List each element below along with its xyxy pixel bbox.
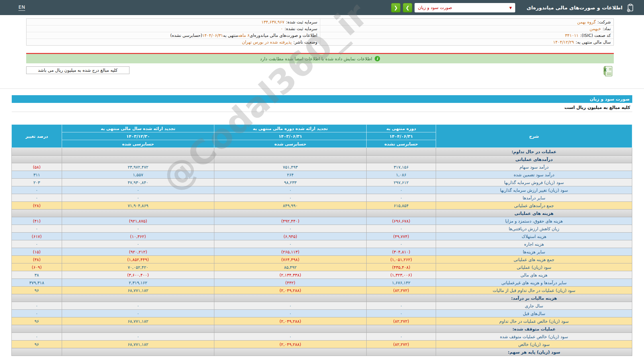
table-row: سود (زیان) تغییر ارزش سرمایه گذاریها۰۰۰۰ bbox=[12, 186, 632, 194]
value-current-period: ۱,۶۷۶,۱۴۲ bbox=[367, 279, 436, 287]
header-restated-period-title: تجدید ارائه شده دوره مالی منتهی به bbox=[214, 125, 367, 132]
row-label: زیان کاهش ارزش دریافتنی‌ها bbox=[436, 225, 632, 233]
value-restated-prior-period: (۲,۰۴۹,۲۸۸) bbox=[214, 317, 367, 325]
section-row: عملیات در حال تداوم: bbox=[12, 148, 632, 156]
table-row: هزینه اجاره۰۰۰۰ bbox=[12, 240, 632, 248]
section-row: عملیات متوقف شده: bbox=[12, 325, 632, 333]
header-current-period-title: دوره منتهی به bbox=[367, 125, 436, 132]
value-current-period: (۸۲,۲۷۲) bbox=[367, 341, 436, 348]
value-current-period: ۰ bbox=[367, 302, 436, 310]
value-percent-change: ۰ bbox=[12, 194, 62, 202]
header-restated-year-date: ۱۴۰۳/۱۲/۳۰ bbox=[62, 132, 214, 140]
company-name-cell: شرکت: گروه بهمن bbox=[320, 19, 613, 25]
statement-table-header: شرح دوره منتهی به تجدید ارائه شده دوره م… bbox=[12, 125, 632, 148]
value-current-period: (۸۲,۲۷۲) bbox=[367, 317, 436, 325]
top-navigation-bar: اطلاعات و صورت‌های مالی میاندوره‌ای ▾ صو… bbox=[0, 0, 644, 15]
value-restated-prior-year: ۷۱,۹۰۴,۸۶۹ bbox=[62, 202, 214, 209]
value-restated-prior-period: (۷۶۴,۴۹۸) bbox=[214, 256, 367, 263]
value-restated-prior-period: ۰ bbox=[214, 186, 367, 194]
value-percent-change: ۳۷۹,۳۱۸ bbox=[12, 279, 62, 287]
value-restated-prior-period: ۰ bbox=[214, 225, 367, 233]
value-restated-prior-year bbox=[62, 209, 214, 217]
value-restated-prior-year: ۰ bbox=[62, 186, 214, 194]
value-current-period: ۰ bbox=[367, 310, 436, 317]
section-row: هزینه های عملیاتی bbox=[12, 209, 632, 217]
value-restated-prior-year: ۶۸,۷۷۱,۱۸۲ bbox=[62, 287, 214, 294]
value-percent-change bbox=[12, 148, 62, 156]
value-percent-change: ۰ bbox=[12, 225, 62, 233]
english-language-link[interactable]: EN bbox=[18, 4, 25, 11]
table-row: هزینه های مالی(۱,۳۲۳,۰۰۶)(۲,۱۳۴,۳۳۸)(۳,۶… bbox=[12, 271, 632, 279]
value-percent-change: (۶۰۹) bbox=[12, 263, 62, 271]
table-row: سود (زیان) فروش سرمایه گذاریها۲۹۷,۶۱۲۹۸,… bbox=[12, 179, 632, 186]
value-restated-prior-year: ۱,۵۵۷ bbox=[62, 171, 214, 179]
value-current-period: ۱,۰۸۶ bbox=[367, 171, 436, 179]
row-label: هزینه های مالی bbox=[436, 271, 632, 279]
table-row: سال جاری۰۰۰۰ bbox=[12, 302, 632, 310]
page-title: اطلاعات و صورت‌های مالی میاندوره‌ای bbox=[527, 5, 623, 11]
value-current-period bbox=[367, 156, 436, 163]
table-row: زیان کاهش ارزش دریافتنی‌ها۰۰۰۰ bbox=[12, 225, 632, 233]
row-label: سایر درآمدها bbox=[436, 194, 632, 202]
unregistered-capital-label: سرمایه ثبت نشده: bbox=[285, 26, 317, 31]
value-percent-change: (۵۸) bbox=[12, 163, 62, 171]
signature-match-text: اطلاعات نمایش داده شده با اطلاعات امضا ش… bbox=[260, 56, 372, 61]
value-restated-prior-year: (۹۲۱,۸۷۵) bbox=[62, 217, 214, 225]
value-percent-change: ۰ bbox=[12, 240, 62, 248]
row-label: عملیات در حال تداوم: bbox=[436, 148, 632, 156]
row-label: جمع درآمدهای عملیاتی bbox=[436, 202, 632, 209]
period-prefix: اطلاعات و صورت‌های مالی میاندوره‌ای bbox=[250, 33, 317, 38]
value-percent-change: ۰ bbox=[12, 186, 62, 194]
value-restated-prior-period: (۲۶۵,۱۱۳) bbox=[214, 248, 367, 256]
table-row: سود (زیان) عملیاتی(۴۳۵,۴۰۸)۸۵,۴۹۲۷۰,۰۵۲,… bbox=[12, 263, 632, 271]
section-row: هزینه مالیات بر درآمد: bbox=[12, 294, 632, 302]
value-percent-change: ۰ bbox=[12, 310, 62, 317]
value-restated-prior-year bbox=[62, 156, 214, 163]
value-restated-prior-year bbox=[62, 294, 214, 302]
value-current-period bbox=[367, 294, 436, 302]
value-restated-prior-period: (۴۹۲,۴۴۰) bbox=[214, 217, 367, 225]
fiscal-year-value: ۱۴۰۴/۱۲/۲۹ bbox=[553, 40, 574, 45]
value-restated-prior-period: ۰ bbox=[214, 240, 367, 248]
symbol-label: نماد: bbox=[603, 26, 611, 31]
table-row: سال‌های قبل۰۰۰۰ bbox=[12, 310, 632, 317]
report-type-dropdown[interactable]: ▾ صورت سود و زیان bbox=[415, 3, 515, 12]
row-label: هزینه مالیات بر درآمد: bbox=[436, 294, 632, 302]
value-restated-prior-year: ۷۰,۰۵۲,۴۲۰ bbox=[62, 263, 214, 271]
value-current-period bbox=[367, 325, 436, 333]
company-info-table: شرکت: گروه بهمن سرمایه ثبت شده: ۱۳۴,۶۳۷,… bbox=[26, 18, 614, 46]
row-label: سود (زیان) خالص bbox=[436, 341, 632, 348]
header-percent-change: درصد تغییر bbox=[12, 125, 62, 148]
value-current-period: ۰ bbox=[367, 333, 436, 341]
period-months: ۶ ماهه bbox=[238, 33, 250, 38]
statement-section: صورت سود و زیان کلیه مبالغ به میلیون ریا… bbox=[12, 95, 632, 356]
value-current-period: (۴۳۵,۴۰۸) bbox=[367, 263, 436, 271]
excel-export-icon[interactable]: X bbox=[602, 65, 614, 79]
value-restated-prior-period: (۲,۰۴۹,۲۸۸) bbox=[214, 341, 367, 348]
value-restated-prior-period: (۲,۱۳۴,۳۳۸) bbox=[214, 271, 367, 279]
value-current-period: (۴۹,۷۷۴) bbox=[367, 233, 436, 240]
value-restated-prior-year bbox=[62, 148, 214, 156]
fiscal-year-cell: سال مالی منتهی به: ۱۴۰۴/۱۲/۲۹ bbox=[320, 39, 613, 45]
value-restated-prior-period bbox=[214, 156, 367, 163]
table-row: درآمد سود سهام۳۱۷,۱۵۶۷۵۱,۴۹۳۲۳,۹۷۲,۴۷۲(۵… bbox=[12, 163, 632, 171]
row-label: سود (زیان) عملیاتی bbox=[436, 263, 632, 271]
value-current-period: ۲۹۷,۶۱۲ bbox=[367, 179, 436, 186]
nav-back-button[interactable]: ❮ bbox=[391, 3, 400, 12]
value-percent-change: ۳۱۱ bbox=[12, 171, 62, 179]
amounts-unit-note: کلیه مبالغ درج شده به میلیون ریال می باش… bbox=[26, 66, 129, 74]
value-percent-change bbox=[12, 156, 62, 163]
value-percent-change: ۹۶ bbox=[12, 287, 62, 294]
company-label: شرکت: bbox=[597, 19, 611, 24]
row-label: سود (زیان) عملیات در حال تداوم قبل از ما… bbox=[436, 287, 632, 294]
registered-capital-cell: سرمایه ثبت شده: ۱۳۴,۶۳۷,۹۶۷ bbox=[26, 19, 320, 25]
row-label: عملیات متوقف شده: bbox=[436, 325, 632, 333]
value-restated-prior-year: ۲۳,۹۷۲,۴۷۲ bbox=[62, 163, 214, 171]
value-restated-prior-period: (۶,۹۴۵) bbox=[214, 233, 367, 240]
table-row: هزینه های حقوق، دستمزد و مزایا(۶۹۶,۶۷۸)(… bbox=[12, 217, 632, 225]
clipboard-icon bbox=[626, 3, 635, 12]
value-percent-change: ۲۰۳ bbox=[12, 179, 62, 186]
value-restated-prior-year: ۶۸,۷۷۱,۱۸۲ bbox=[62, 317, 214, 325]
value-restated-prior-period: (۴۴۲) bbox=[214, 279, 367, 287]
nav-forward-button[interactable]: ❯ bbox=[403, 3, 412, 12]
